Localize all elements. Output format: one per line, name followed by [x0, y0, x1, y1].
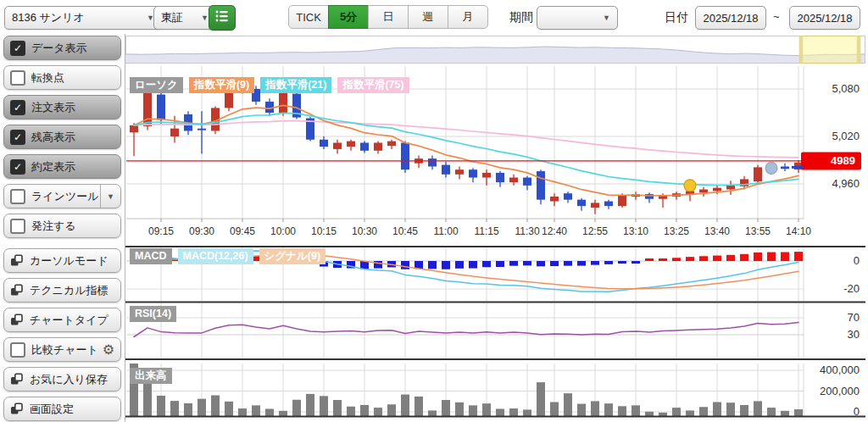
time-axis-label: 10:45 [392, 225, 418, 237]
chevron-down-icon[interactable]: ▼ [100, 185, 114, 208]
sidebar-item-label: お気に入り保存 [30, 372, 108, 387]
checkbox-order-display[interactable]: ✓ [10, 100, 25, 115]
marker-blue[interactable] [765, 162, 777, 174]
candle [713, 188, 721, 192]
candle [699, 190, 708, 193]
chevron-down-icon: ▼ [201, 14, 209, 22]
price-axis-label: 4,960 [832, 177, 860, 190]
sidebar-item-save-favorite[interactable]: お気に入り保存 [3, 367, 121, 391]
volume-bar [360, 405, 369, 416]
sidebar-item-execution-display[interactable]: ✓約定表示 [3, 154, 121, 179]
checkbox-execution-display[interactable]: ✓ [10, 159, 25, 175]
interval-button-tick[interactable]: TICK [288, 5, 329, 29]
navigator-selection[interactable] [799, 36, 860, 64]
gear-icon[interactable]: ⚙ [103, 343, 114, 357]
toolbar: 8136 サンリオ ▼ 東証 ▼ TICK5分日週月 期間 ▼ 日付 2025/… [0, 0, 868, 34]
legend-badge-シグナル(9)[interactable]: シグナル(9) [259, 248, 326, 264]
sidebar-item-line-tool[interactable]: ラインツール▼ [3, 184, 121, 208]
interval-button-month[interactable]: 月 [448, 5, 488, 29]
navigator-handle-right[interactable] [857, 36, 860, 64]
macd-histogram-bar [699, 256, 708, 261]
candle [469, 169, 477, 177]
sidebar-item-label: 画面設定 [30, 402, 74, 417]
legend-badge-ローソク[interactable]: ローソク [130, 77, 183, 93]
date-range-separator: ~ [773, 10, 780, 23]
legend-badge-指数平滑(21)[interactable]: 指数平滑(21) [260, 77, 331, 93]
symbol-select-value: 8136 サンリオ [12, 10, 85, 25]
candle [198, 129, 206, 130]
checkbox-turning-point[interactable] [10, 70, 25, 86]
navigator-handle-left[interactable] [799, 36, 803, 64]
interval-button-week[interactable]: 週 [408, 5, 448, 29]
volume-axis-label: 200,000 [820, 385, 860, 397]
volume-bar [292, 400, 301, 416]
date-from-input[interactable]: 2025/12/18 [695, 6, 766, 30]
candle [754, 167, 762, 181]
candle [157, 95, 165, 120]
time-axis-label: 12:55 [582, 225, 608, 237]
candle [537, 171, 545, 200]
volume-bar [754, 401, 762, 416]
window-icon [10, 403, 24, 415]
sidebar-item-order-display[interactable]: ✓注文表示 [3, 95, 121, 119]
interval-button-day[interactable]: 日 [368, 5, 409, 29]
legend-badge-出来高[interactable]: 出来高 [130, 368, 172, 384]
volume-bar [686, 410, 694, 416]
candle [564, 193, 572, 199]
checkbox-compare-chart[interactable] [10, 342, 25, 358]
checkbox-line-tool[interactable] [10, 189, 25, 204]
sidebar-item-label: 約定表示 [31, 159, 75, 175]
sidebar-item-turning-point[interactable]: 転換点 [3, 65, 121, 90]
macd-histogram-bar [659, 258, 667, 261]
sidebar-item-chart-type[interactable]: チャートタイプ [3, 308, 121, 332]
rsi-axis-label: 70 [848, 311, 860, 324]
sidebar-item-place-order[interactable]: 発注する [3, 214, 121, 238]
sidebar-item-screen-settings[interactable]: 画面設定 [3, 397, 121, 421]
time-axis-label: 10:00 [270, 225, 296, 237]
legend-badge-MACD(12,26)[interactable]: MACD(12,26) [178, 248, 253, 264]
macd-histogram-bar [632, 261, 640, 264]
volume-bar [225, 402, 233, 416]
time-axis-label: 13:55 [745, 225, 771, 237]
time-axis-label: 09:45 [230, 225, 255, 237]
candle [265, 102, 274, 113]
volume-bar [415, 397, 423, 416]
sidebar-item-balance-display[interactable]: ✓残高表示 [3, 125, 121, 149]
sidebar-item-data-display[interactable]: ✓データ表示 [3, 36, 121, 60]
volume-bar [347, 407, 355, 416]
checkbox-data-display[interactable]: ✓ [10, 41, 25, 56]
checkbox-place-order[interactable] [10, 219, 25, 234]
symbol-list-button[interactable] [209, 5, 236, 31]
date-to-input[interactable]: 2025/12/18 [789, 6, 860, 30]
legend-badge-指数平滑(75)[interactable]: 指数平滑(75) [337, 77, 409, 93]
period-select[interactable]: ▼ [537, 6, 618, 30]
checkbox-balance-display[interactable]: ✓ [10, 130, 25, 145]
market-select[interactable]: 東証 ▼ [153, 6, 216, 30]
sidebar-item-compare-chart[interactable]: 比較チャート⚙ [3, 337, 121, 362]
volume-bar [550, 403, 559, 417]
candle [604, 202, 613, 207]
volume-bar [320, 396, 328, 416]
execution-marker-yellow[interactable] [684, 180, 696, 192]
sidebar-item-technical-indicator[interactable]: テクニカル指標 [3, 278, 121, 303]
volume-bar [306, 394, 314, 416]
candle [279, 92, 287, 113]
interval-button-5min[interactable]: 5分 [328, 5, 369, 29]
price-axis-label: 5,080 [832, 82, 860, 95]
candle [509, 178, 518, 183]
volume-bar [333, 400, 342, 416]
legend-badge-指数平滑(9)[interactable]: 指数平滑(9) [189, 77, 254, 93]
legend-badge-RSI(14)[interactable]: RSI(14) [130, 306, 176, 322]
sidebar-item-cursor-mode[interactable]: カーソルモード [3, 248, 121, 273]
candle [482, 173, 491, 178]
interval-button-group: TICK5分日週月 [288, 5, 488, 29]
candle [360, 142, 369, 150]
candle [577, 200, 586, 206]
symbol-select[interactable]: 8136 サンリオ ▼ [4, 6, 162, 30]
window-icon [10, 254, 24, 267]
volume-bar [781, 411, 789, 416]
date-label: 日付 [665, 10, 688, 25]
legend-macd: MACDMACD(12,26)シグナル(9) [130, 248, 326, 264]
macd-histogram-bar [509, 261, 518, 266]
legend-badge-MACD[interactable]: MACD [130, 248, 172, 264]
